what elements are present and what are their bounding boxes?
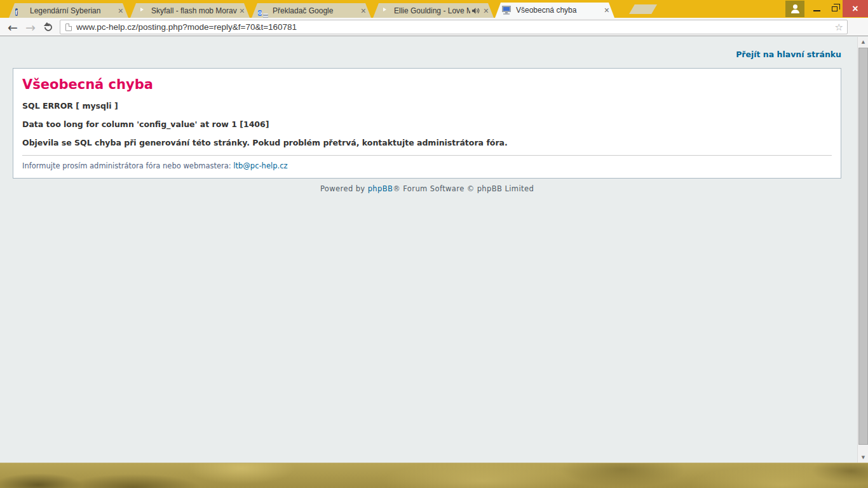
- forward-icon: →: [25, 20, 36, 34]
- tab-audio-speaker-icon[interactable]: [471, 7, 480, 15]
- page-icon[interactable]: [65, 24, 72, 31]
- wallpaper-texture: [0, 463, 868, 488]
- back-button[interactable]: ←: [4, 18, 22, 36]
- tab-vseobecna-chyba-active[interactable]: Všeobecná chyba ×: [495, 3, 614, 18]
- minimize-icon: [813, 10, 820, 12]
- sql-error-line: SQL ERROR [ mysqli ]: [22, 101, 832, 111]
- powered-by-footer: Powered by phpBB® Forum Software © phpBB…: [13, 184, 841, 193]
- error-message: Objevila se SQL chyba při generování tét…: [22, 138, 832, 156]
- tab-title: Legendární Syberian: [30, 4, 116, 18]
- tab-close-icon[interactable]: ×: [604, 6, 609, 15]
- minimize-button[interactable]: [808, 1, 825, 17]
- profile-button[interactable]: [785, 1, 804, 17]
- tab-close-icon[interactable]: ×: [484, 6, 489, 15]
- url-text[interactable]: www.pc-help.cz/posting.php?mode=reply&f=…: [76, 22, 835, 32]
- tab-title: Skyfall - flash mob Morav: [151, 4, 237, 18]
- tab-title: Ellie Goulding - Love M: [394, 4, 470, 18]
- new-tab-button[interactable]: [629, 4, 657, 14]
- error-panel: Všeobecná chyba SQL ERROR [ mysqli ] Dat…: [13, 68, 841, 179]
- page-body: Přejít na hlavní stránku Všeobecná chyba…: [0, 37, 857, 463]
- google-translate-icon: G: [258, 10, 262, 16]
- page-header: Přejít na hlavní stránku: [13, 37, 841, 60]
- reload-button[interactable]: [39, 18, 57, 36]
- contact-line: Informujte prosím administrátora fóra ne…: [22, 161, 832, 170]
- tab-legendarni-syberian[interactable]: f Legendární Syberian ×: [9, 3, 128, 18]
- tab-google-translate[interactable]: G Překladač Google ×: [252, 3, 371, 18]
- bookmark-star-icon[interactable]: ☆: [835, 22, 843, 33]
- tab-close-icon[interactable]: ×: [118, 6, 123, 15]
- webmaster-email-link[interactable]: ltb@pc-help.cz: [233, 161, 287, 170]
- sql-error-detail: Data too long for column 'config_value' …: [22, 119, 832, 130]
- tab-close-icon[interactable]: ×: [240, 6, 245, 15]
- phpbb-link[interactable]: phpBB: [368, 184, 393, 193]
- close-button[interactable]: ×: [843, 0, 868, 17]
- browser-titlebar: f Legendární Syberian × Skyfall - flash …: [0, 0, 868, 18]
- forward-button[interactable]: →: [22, 18, 39, 36]
- close-icon: ×: [852, 3, 858, 15]
- tab-title: Všeobecná chyba: [516, 3, 602, 17]
- facebook-icon: f: [15, 8, 18, 16]
- address-bar[interactable]: www.pc-help.cz/posting.php?mode=reply&f=…: [60, 20, 848, 34]
- browser-toolbar: ← → www.pc-help.cz/posting.php?mode=repl…: [0, 18, 868, 36]
- powered-suffix: ® Forum Software © phpBB Limited: [393, 184, 534, 193]
- contact-prefix: Informujte prosím administrátora fóra ne…: [22, 161, 233, 170]
- windows-taskbar: Ae Ps S ▲ ✓: [0, 463, 868, 488]
- scroll-down-arrow[interactable]: ▼: [858, 452, 868, 463]
- tab-ellie-goulding[interactable]: Ellie Goulding - Love M ×: [373, 3, 494, 18]
- vertical-scrollbar[interactable]: ▲ ▼: [857, 37, 868, 463]
- powered-prefix: Powered by: [320, 184, 368, 193]
- tab-skyfall-flashmob[interactable]: Skyfall - flash mob Morav ×: [130, 3, 250, 18]
- tab-title: Překladač Google: [273, 4, 358, 18]
- back-icon: ←: [8, 20, 18, 34]
- restore-button[interactable]: [826, 1, 843, 17]
- scroll-up-arrow[interactable]: ▲: [858, 37, 868, 47]
- person-icon: [791, 4, 799, 13]
- restore-icon: [832, 6, 837, 11]
- reload-icon: [43, 22, 54, 32]
- home-page-link[interactable]: Přejít na hlavní stránku: [736, 50, 841, 59]
- error-title: Všeobecná chyba: [22, 77, 832, 93]
- scrollbar-thumb[interactable]: [858, 48, 868, 445]
- tab-close-icon[interactable]: ×: [361, 6, 366, 15]
